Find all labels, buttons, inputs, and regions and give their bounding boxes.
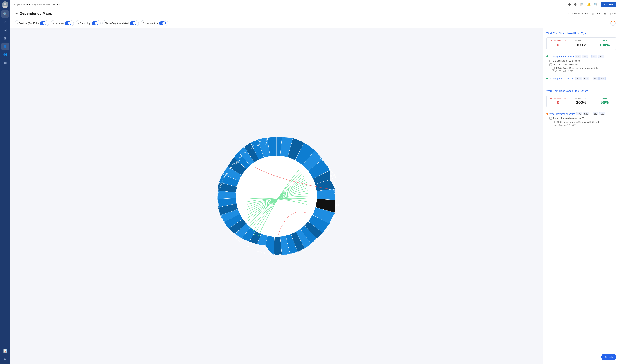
bell-icon[interactable]: 🔔 [587, 2, 591, 6]
chevron-capability-icon: › [78, 22, 79, 24]
dep-sub-item-3a: Tools - License Generator - AC5 [546, 117, 616, 120]
program-label: Program [14, 3, 22, 5]
stat-label-d-2: DONE [594, 97, 615, 99]
dep-arrow-1: → [589, 55, 591, 58]
dep-item-1: 2.1 Upgrade - Auto GN PRI S23 → TIG S23 … [546, 53, 616, 75]
stat-label-c-2: COMMITTED [571, 97, 591, 99]
dep-sub-item-1a: 2.1 Upgrade for L1 Systems [546, 59, 616, 63]
sidebar-icon-person[interactable]: 👤 [1, 43, 9, 50]
main-content: Program Mobile › Quarterly Increment PI-… [10, 0, 620, 364]
stat-value-d-1: 100% [594, 43, 615, 47]
dep-tags-3: TIG S26 → LIV S26 [576, 112, 605, 115]
section2-highlight[interactable]: Tiger [559, 90, 565, 92]
label-ac-main: AC Main [268, 253, 277, 256]
capture-icon: ⊞ [604, 12, 606, 15]
sidebar-icon-chart[interactable]: 📊 [1, 347, 9, 354]
stat-label-c-1: COMMITTED [571, 40, 591, 42]
dep-sub-text-1a: 2.1 Upgrade for L1 Systems [553, 60, 580, 62]
sidebar-icon-star[interactable]: ☆ [1, 18, 9, 26]
filter-show-only-associated-label: Show Only Associated [105, 22, 129, 25]
avatar[interactable] [2, 1, 8, 8]
sidebar-bottom: 📊 ⚙ [1, 347, 9, 363]
stat-not-committed-2: NOT COMMITTED 0 [547, 95, 570, 107]
dep-status-dot-2 [546, 78, 548, 79]
section1-title: Work That Others Need From Tiger [546, 32, 616, 35]
stat-committed-1: COMMITTED 100% [570, 38, 593, 50]
checkbox-3a[interactable] [549, 117, 552, 120]
dep-tag-liv: LIV [593, 112, 599, 115]
filter-feature-label: Feature (Jira Epic) [19, 22, 39, 25]
help-button[interactable]: ⚙ Help [601, 354, 616, 360]
checkbox-1c[interactable] [552, 67, 555, 70]
capture-link[interactable]: ⊞ Capture [604, 12, 616, 15]
dep-link-3[interactable]: WAX: Remove Analytics [549, 112, 575, 115]
topnav: Program Mobile › Quarterly Increment PI-… [10, 0, 620, 9]
section1-highlight[interactable]: Tiger [581, 32, 587, 35]
dep-sub-text-3b: 21060: Tools - remove Web-based F&S and.… [556, 121, 601, 123]
chevron-feature-icon: › [17, 22, 18, 24]
dep-item-3: WAX: Remove Analytics TIG S26 → LIV S26 … [546, 110, 616, 129]
section2-title-text2: Needs From Others [565, 90, 588, 92]
sidebar-icon-search[interactable]: 🔍 [1, 10, 9, 18]
toggle-feature[interactable] [40, 21, 46, 25]
toggle-initiative[interactable] [65, 21, 71, 25]
dep-sub-text-1c: 10347: WAX: Build and Test Business Rela… [556, 67, 600, 70]
dep-link-1[interactable]: 2.1 Upgrade - Auto GN [549, 55, 574, 58]
qi-value[interactable]: PI-5 [53, 3, 58, 6]
sidebar-icon-hierarchy[interactable]: ⊞ [1, 35, 9, 42]
sidebar-icon-team[interactable]: 👥 [1, 51, 9, 58]
dep-sprint-1: Sprint: Tiger BLU_S15 [546, 70, 616, 72]
dep-sub-text-1b: WAX: Run POC scenarios [553, 63, 579, 66]
filter-capability[interactable]: › Capability [76, 20, 101, 26]
filter-feature[interactable]: › Feature (Jira Epic) [15, 20, 49, 26]
sidebar-icon-board[interactable]: ▦ [1, 59, 9, 66]
dep-status-dot-3 [546, 113, 548, 115]
page-title-text: Dependency Maps [20, 11, 52, 16]
header-actions: ↔ Dependency List ◫ Maps ⊞ Capture [566, 12, 616, 17]
dep-title-1: 2.1 Upgrade - Auto GN PRI S23 → TIG S23 [546, 55, 616, 58]
dep-tag-pri: PRI [575, 55, 581, 58]
settings-icon[interactable]: ⚙ [574, 2, 577, 6]
dep-sprint-3: Sprint: Liverpool JIG_S26 [546, 124, 616, 126]
program-value[interactable]: Mobile [23, 3, 31, 6]
dep-title-2: 2.1 Upgrade - GNG pa: BUS S23 → TIG S23 [546, 77, 616, 80]
label-manunited: ManUnited [256, 249, 266, 254]
add-icon[interactable]: ✚ [568, 2, 571, 7]
dependency-list-label: Dependency List [570, 12, 588, 15]
toggle-show-inactive[interactable] [159, 21, 166, 25]
label-tiger[interactable]: Tiger [334, 204, 339, 206]
clipboard-icon[interactable]: 📋 [580, 2, 584, 6]
dep-title-3: WAX: Remove Analytics TIG S26 → LIV S26 [546, 112, 616, 115]
stat-committed-2: COMMITTED 100% [570, 95, 593, 107]
filter-capability-label: Capability [80, 22, 91, 25]
chevron-icon-2: › [59, 3, 60, 6]
checkbox-3b[interactable] [552, 121, 555, 123]
sidebar-icon-graph[interactable]: ⋈ [1, 27, 9, 34]
checkbox-1a[interactable] [549, 60, 552, 62]
filter-show-inactive-label: Show Inactive [143, 22, 158, 25]
dependency-maps-icon: ↔ [15, 12, 18, 15]
qi-section: Quarterly Increment PI-5 [34, 3, 58, 6]
toggle-capability[interactable] [92, 21, 98, 25]
maps-link[interactable]: ◫ Maps [591, 12, 600, 15]
page-header: ↔ Dependency Maps ↔ Dependency List ◫ Ma… [10, 9, 620, 18]
toggle-show-only-associated[interactable] [130, 21, 136, 25]
filter-initiative-label: Initiative [55, 22, 64, 25]
capture-label: Capture [607, 12, 616, 15]
sidebar-icon-settings[interactable]: ⚙ [1, 355, 9, 363]
checkbox-1b[interactable] [549, 63, 552, 66]
create-button[interactable]: + Create [601, 2, 616, 7]
dep-link-2[interactable]: 2.1 Upgrade - GNG pa: [549, 77, 574, 80]
stat-label-d-1: DONE [594, 40, 615, 42]
filter-show-inactive[interactable]: Show Inactive [141, 20, 168, 26]
panel-divider [546, 86, 616, 87]
dep-arrow-2: → [590, 77, 592, 80]
label-raiders: Raiders [247, 245, 254, 250]
spinner-container [610, 21, 616, 26]
filter-initiative[interactable]: › Initiative [51, 20, 74, 26]
filter-show-only-associated[interactable]: Show Only Associated [102, 20, 139, 26]
search-icon[interactable]: 🔍 [594, 2, 598, 6]
chord-diagram[interactable]: Kennedy Dallas Giolia Alpa Beta Elephant… [214, 134, 339, 259]
dependency-list-link[interactable]: ↔ Dependency List [566, 12, 588, 15]
dep-tag-s23-3: S23 [583, 77, 589, 80]
